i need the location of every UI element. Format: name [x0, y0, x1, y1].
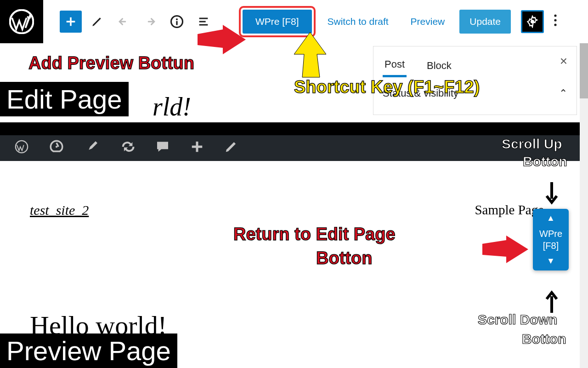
anno-shortcut: Shortcut Key (F1~F12) [294, 77, 480, 97]
add-block-button[interactable] [60, 11, 82, 33]
plus-icon [190, 140, 204, 154]
black-down-arrow-icon [544, 182, 560, 206]
svg-point-7 [554, 23, 556, 26]
yellow-arrow-icon [294, 32, 326, 78]
scrollbar[interactable] [580, 43, 588, 368]
scroll-down-button[interactable]: ▼ [533, 256, 569, 266]
svg-point-11 [56, 145, 57, 147]
admin-comments[interactable] [145, 139, 180, 157]
scroll-up-button[interactable]: ▲ [533, 213, 569, 223]
label-preview-page: Preview Page [0, 334, 177, 368]
sidebar-tabs: Post Block × [373, 46, 577, 77]
preview-button[interactable]: Preview [404, 12, 452, 31]
redo-icon [143, 15, 157, 29]
comment-icon [155, 139, 170, 154]
info-button[interactable] [165, 10, 188, 33]
anno-scroll-down-2: Botton [522, 331, 566, 347]
svg-marker-9 [294, 32, 326, 77]
redo-button[interactable] [139, 10, 162, 33]
more-options-button[interactable] [550, 10, 560, 34]
admin-customize[interactable] [74, 139, 109, 157]
svg-point-4 [531, 20, 534, 23]
separator-bar [0, 122, 588, 135]
switch-to-draft-button[interactable]: Switch to draft [321, 12, 395, 31]
anno-scroll-up-2: Botton [523, 154, 567, 169]
wpre-label: WPre [F8] [255, 16, 299, 27]
wordpress-icon [15, 140, 28, 154]
tab-block[interactable]: Block [425, 55, 453, 76]
admin-wp-logo[interactable] [5, 140, 39, 157]
anno-scroll-down: Scroll Down [478, 312, 557, 328]
close-sidebar-button[interactable]: × [560, 54, 567, 69]
dashboard-icon [49, 139, 64, 155]
svg-rect-3 [176, 21, 177, 25]
settings-button[interactable] [521, 10, 544, 33]
tab-post[interactable]: Post [383, 54, 407, 77]
pencil-icon [224, 140, 238, 154]
anno-return-edit-2: Botton [316, 248, 372, 268]
gear-icon [526, 15, 539, 28]
admin-new[interactable] [180, 140, 214, 157]
wpre-return-button[interactable]: WPre [F8] [533, 223, 569, 256]
scrollbar-thumb[interactable] [580, 43, 588, 98]
brush-icon [85, 139, 99, 154]
anno-scroll-up: Scroll Up [502, 136, 562, 152]
info-icon [170, 15, 184, 29]
red-arrow-icon [482, 236, 530, 265]
undo-icon [117, 15, 130, 29]
edit-tool[interactable] [85, 10, 108, 33]
svg-point-2 [176, 18, 178, 20]
wpre-float-widget: ▲ WPre [F8] ▼ [533, 209, 569, 270]
anno-return-edit: Return to Edit Page [233, 224, 396, 244]
label-edit-page: Edit Page [0, 82, 129, 116]
svg-point-5 [554, 14, 556, 17]
wordpress-logo[interactable] [0, 0, 43, 43]
update-button[interactable]: Update [459, 10, 511, 34]
svg-marker-12 [482, 236, 528, 263]
admin-edit[interactable] [214, 140, 248, 157]
wordpress-icon [9, 9, 34, 34]
wpre-preview-button[interactable]: WPre [F8] [243, 10, 312, 34]
editor-content-fragment: rld! [153, 92, 191, 121]
anno-add-preview: Add Preview Bottun [28, 53, 194, 73]
black-up-arrow-icon [544, 289, 560, 313]
admin-updates[interactable] [109, 139, 145, 158]
svg-marker-8 [198, 25, 246, 54]
chevron-up-icon: ⌃ [559, 87, 567, 99]
pencil-icon [91, 16, 103, 28]
red-arrow-icon [198, 25, 248, 57]
admin-dashboard[interactable] [39, 139, 74, 158]
undo-button[interactable] [112, 10, 135, 33]
vertical-dots-icon [554, 14, 557, 27]
wp-admin-bar [0, 135, 588, 161]
svg-point-6 [554, 19, 556, 21]
plus-icon [64, 15, 77, 28]
refresh-icon [119, 139, 135, 155]
